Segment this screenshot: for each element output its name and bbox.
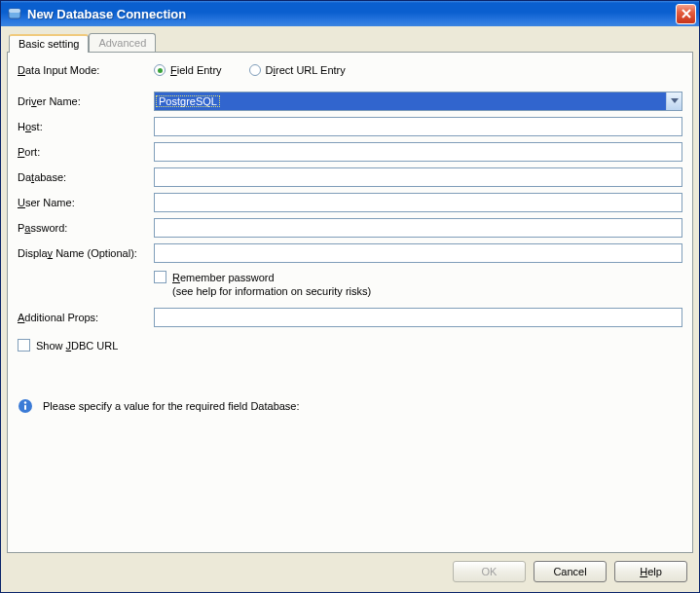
label-data-input-mode: Data Input Mode:	[18, 64, 154, 76]
label-database: Database:	[18, 171, 154, 183]
password-input[interactable]	[154, 218, 682, 238]
radio-label-field-entry: Field Entry	[170, 64, 222, 76]
username-input[interactable]	[154, 193, 682, 212]
label-username: User Name:	[18, 197, 154, 208]
driver-name-select[interactable]: PostgreSQL	[154, 92, 682, 111]
radio-direct-url[interactable]: Direct URL Entry	[249, 64, 346, 76]
svg-point-3	[24, 401, 26, 403]
show-jdbc-row: Show JDBC URL	[18, 339, 682, 352]
label-display-name: Display Name (Optional):	[18, 247, 154, 259]
dialog-window: New Database Connection Basic setting Ad…	[0, 0, 700, 593]
additional-props-input[interactable]	[154, 308, 682, 327]
client-area: Basic setting Advanced Data Input Mode: …	[1, 26, 699, 592]
remember-password-row: Remember password (see help for informat…	[154, 271, 682, 298]
label-host: Host:	[18, 121, 154, 132]
svg-rect-1	[9, 9, 20, 13]
button-bar: OK Cancel Help	[7, 553, 693, 586]
radio-dot-icon	[154, 64, 166, 76]
info-icon	[18, 398, 33, 414]
radio-field-entry[interactable]: Field Entry	[154, 64, 222, 76]
close-button[interactable]	[676, 4, 696, 24]
ok-button[interactable]: OK	[453, 561, 526, 582]
svg-rect-4	[24, 405, 26, 410]
help-button[interactable]: Help	[614, 561, 687, 582]
window-title: New Database Connection	[27, 7, 676, 21]
cancel-button[interactable]: Cancel	[534, 561, 607, 582]
app-icon	[7, 6, 22, 21]
label-password: Password:	[18, 222, 154, 234]
radio-group-input-mode: Field Entry Direct URL Entry	[154, 64, 346, 76]
chevron-down-icon	[666, 93, 682, 110]
radio-dot-icon	[249, 64, 261, 76]
remember-password-checkbox[interactable]	[154, 271, 166, 283]
show-jdbc-checkbox[interactable]	[18, 339, 30, 352]
label-driver-name: Driver Name:	[18, 95, 154, 107]
port-input[interactable]	[154, 142, 682, 162]
remember-password-hint: (see help for information on security ri…	[172, 285, 371, 297]
display-name-input[interactable]	[154, 243, 682, 263]
label-additional-props: Additional Props:	[18, 312, 154, 323]
remember-password-label: Remember password (see help for informat…	[172, 271, 371, 298]
database-input[interactable]	[154, 167, 682, 187]
show-jdbc-label: Show JDBC URL	[36, 340, 118, 352]
driver-name-value: PostgreSQL	[156, 95, 220, 107]
info-row: Please specify a value for the required …	[18, 398, 682, 414]
tab-panel-basic: Data Input Mode: Field Entry Direct URL …	[7, 52, 693, 553]
label-port: Port:	[18, 146, 154, 158]
info-message: Please specify a value for the required …	[43, 400, 300, 412]
radio-label-direct-url: Direct URL Entry	[266, 64, 346, 76]
tab-advanced[interactable]: Advanced	[89, 33, 156, 52]
host-input[interactable]	[154, 117, 682, 136]
titlebar: New Database Connection	[1, 1, 699, 26]
tabstrip: Basic setting Advanced	[7, 32, 693, 52]
tab-basic-setting[interactable]: Basic setting	[9, 34, 89, 53]
